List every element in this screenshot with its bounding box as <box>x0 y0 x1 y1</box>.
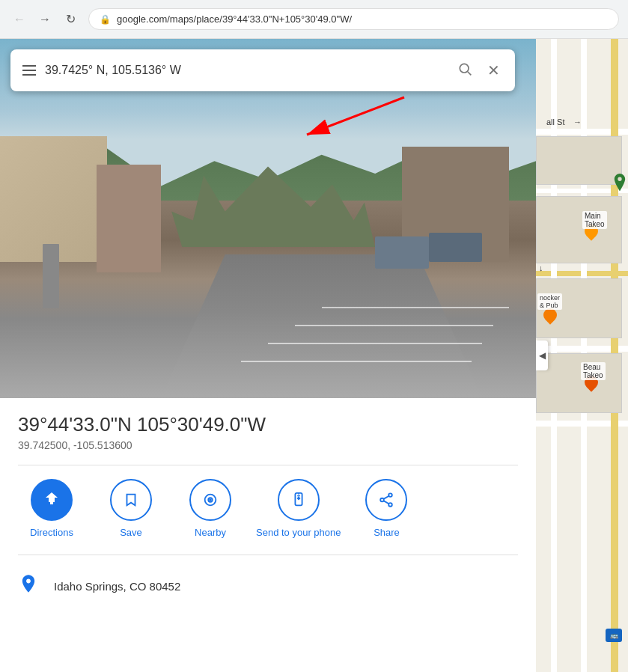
divider-1 <box>18 465 518 465</box>
map-block <box>536 196 622 263</box>
refresh-button[interactable]: ↻ <box>60 9 81 30</box>
svg-point-12 <box>389 493 393 497</box>
directions-button[interactable]: Directions <box>18 479 85 540</box>
nearby-icon-circle <box>189 479 231 521</box>
send-to-phone-icon-circle <box>278 479 320 521</box>
lock-icon: 🔒 <box>100 14 111 25</box>
directions-label: Directions <box>30 527 73 540</box>
location-row: Idaho Springs, CO 80452 <box>18 567 518 605</box>
map-road-label: → <box>573 117 582 126</box>
divider-2 <box>18 555 518 555</box>
search-bar-container: 39.7425° N, 105.5136° W ✕ <box>10 49 515 91</box>
nearby-label: Nearby <box>195 527 226 540</box>
browser-chrome: ← → ↻ 🔒 google.com/maps/place/39°44'33.0… <box>0 0 628 39</box>
svg-line-1 <box>468 71 472 75</box>
svg-point-8 <box>210 499 211 501</box>
poi-label: BeauTakeo <box>581 362 606 380</box>
svg-line-15 <box>384 501 388 504</box>
save-label: Save <box>120 527 142 540</box>
street-view-image[interactable] <box>0 39 536 398</box>
svg-point-14 <box>389 503 393 507</box>
search-button[interactable] <box>454 58 475 83</box>
send-to-phone-label: Send to your phone <box>256 527 341 540</box>
send-to-phone-button[interactable]: Send to your phone <box>256 479 341 540</box>
share-button[interactable]: Share <box>353 479 420 540</box>
location-pin-icon <box>18 573 39 599</box>
right-map-panel[interactable]: all St → St R 15th Ave ↓ MainTakeo nocke… <box>536 39 628 672</box>
map-road-label: ↓ <box>539 263 543 272</box>
nearby-button[interactable]: Nearby <box>177 479 244 540</box>
location-name: Idaho Springs, CO 80452 <box>54 580 180 593</box>
svg-point-13 <box>381 498 385 502</box>
map-block <box>536 136 622 185</box>
share-label: Share <box>374 527 400 540</box>
search-input-text[interactable]: 39.7425° N, 105.5136° W <box>45 64 445 77</box>
transit-icon: 🚌 <box>606 629 622 642</box>
save-icon-circle <box>110 479 152 521</box>
nav-buttons: ← → ↻ <box>9 9 81 30</box>
action-buttons-row: Directions Save <box>18 479 518 552</box>
map-road-label: all St <box>546 117 564 126</box>
collapse-panel-button[interactable]: ◀ <box>536 340 548 370</box>
forward-button[interactable]: → <box>34 9 55 30</box>
left-panel: 39.7425° N, 105.5136° W ✕ <box>0 39 536 672</box>
svg-point-0 <box>460 64 469 73</box>
info-panel: 39°44'33.0"N 105°30'49.0"W 39.742500, -1… <box>0 398 536 605</box>
poi-label: nocker& Pub <box>537 293 562 310</box>
main-container: 39.7425° N, 105.5136° W ✕ <box>0 39 628 672</box>
svg-rect-4 <box>50 501 53 504</box>
address-bar[interactable]: 🔒 google.com/maps/place/39°44'33.0"N+105… <box>88 8 619 30</box>
green-marker <box>613 174 627 190</box>
share-icon-circle <box>365 479 407 521</box>
clear-search-button[interactable]: ✕ <box>484 58 503 82</box>
coordinates-dms: 39°44'33.0"N 105°30'49.0"W <box>18 413 518 436</box>
svg-line-16 <box>384 496 388 499</box>
map-block <box>536 353 622 413</box>
save-button[interactable]: Save <box>97 479 165 540</box>
hamburger-menu-icon[interactable] <box>22 65 36 76</box>
collapse-icon: ◀ <box>539 350 546 361</box>
poi-label: MainTakeo <box>582 211 607 229</box>
directions-icon-circle <box>31 479 73 521</box>
coordinates-decimal: 39.742500, -105.513600 <box>18 439 518 451</box>
url-text: google.com/maps/place/39°44'33.0"N+105°3… <box>117 13 352 25</box>
back-button[interactable]: ← <box>9 9 30 30</box>
